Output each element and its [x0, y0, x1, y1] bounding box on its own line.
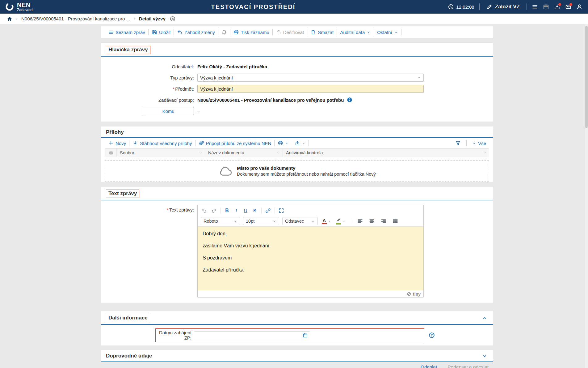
divider: [261, 208, 262, 214]
calendar-button[interactable]: [543, 4, 549, 10]
divider: [351, 218, 351, 224]
downloads-button[interactable]: [554, 4, 560, 10]
strikethrough-button[interactable]: S: [250, 207, 259, 215]
help-button[interactable]: [429, 332, 435, 338]
chevron-right-icon: [15, 17, 19, 20]
record-toolbar: Seznam zpráv Uložit Zahodit změny Tisk z…: [101, 26, 493, 38]
send-button[interactable]: Odeslat: [421, 364, 437, 368]
text-color-button[interactable]: A: [321, 218, 332, 224]
section-header: Text zprávy: [101, 187, 493, 200]
attach-from-nen-button[interactable]: Připojit přílohu ze systému NEN: [195, 140, 275, 146]
column-settings-button[interactable]: [105, 149, 116, 157]
other-actions-button[interactable]: Ostatní: [374, 30, 401, 35]
section-header: Doprovodné údaje: [101, 350, 493, 362]
section-title: Hlavička zprávy: [108, 47, 148, 53]
main-menu-button[interactable]: [532, 4, 538, 10]
print-attachments-button[interactable]: [275, 140, 292, 146]
user-profile-button[interactable]: [576, 4, 582, 10]
print-record-button[interactable]: Tisk záznamu: [230, 29, 272, 35]
required-mark: *: [167, 207, 169, 212]
editor-paragraph: zasíláme Vám výzvu k jednání.: [203, 243, 418, 249]
column-header-document-name[interactable]: Název dokumentu: [205, 149, 283, 157]
section-header: Další informace: [101, 311, 493, 325]
section-header: Hlavička zprávy: [101, 43, 493, 57]
audit-data-button[interactable]: Auditní data: [337, 30, 374, 35]
message-list-button[interactable]: Seznam zpráv: [105, 29, 148, 35]
expand-section-button[interactable]: [482, 353, 487, 359]
divider: [309, 140, 309, 146]
delete-button[interactable]: Smazat: [307, 29, 337, 35]
sign-and-send-button[interactable]: Podepsat a odeslat: [447, 364, 489, 368]
section-title: Text zprávy: [108, 190, 137, 196]
new-attachment-button[interactable]: Nový: [105, 140, 129, 146]
export-attachments-button[interactable]: [292, 140, 309, 146]
calendar-icon[interactable]: [303, 333, 308, 338]
form-row-sender: Odesílatel: Felix Okátý - Zadavatel přír…: [106, 61, 488, 72]
start-date-input[interactable]: [196, 332, 303, 338]
underline-button[interactable]: U: [241, 207, 250, 215]
downloads-badge: [558, 3, 561, 6]
attachments-dropzone[interactable]: Místo pro vaše dokumenty Dokumenty sem m…: [105, 160, 489, 182]
message-type-select[interactable]: Výzva k jednání: [197, 74, 424, 82]
editor-content[interactable]: Dobrý den, zasíláme Vám výzvu k jednání.…: [198, 226, 423, 290]
chevron-down-icon: [328, 220, 331, 223]
highlight-color-button[interactable]: [335, 218, 346, 225]
insert-link-button[interactable]: [264, 207, 272, 215]
align-right-button[interactable]: [379, 217, 388, 225]
align-justify-button[interactable]: [391, 217, 400, 225]
breadcrumb: N006/25/V00005401 - Provozování kanaliza…: [0, 14, 588, 24]
align-left-button[interactable]: [356, 217, 364, 225]
vertical-scrollbar[interactable]: [585, 24, 588, 368]
undo-button[interactable]: [200, 207, 209, 215]
collapse-section-button[interactable]: [482, 315, 487, 321]
messages-button[interactable]: [565, 4, 571, 10]
validation-annotation-box: Datum zahájení ZP:: [155, 328, 424, 342]
chevron-down-icon: [394, 30, 398, 34]
block-format-select[interactable]: Odstavec: [282, 217, 318, 225]
close-tab-button[interactable]: [170, 16, 176, 22]
decrypt-button[interactable]: Dešifrovat: [273, 29, 307, 35]
procedure-value: N006/25/V00005401 - Provozování kanaliza…: [197, 97, 352, 103]
view-all-button[interactable]: Vše: [469, 141, 489, 146]
align-center-button[interactable]: [368, 217, 376, 225]
chevron-down-icon: [482, 353, 487, 359]
breadcrumb-procedure[interactable]: N006/25/V00005401 - Provozování kanaliza…: [21, 16, 130, 21]
column-header-file[interactable]: Soubor: [116, 149, 205, 157]
section-more-info: Další informace Datum zahájení ZP:: [101, 311, 493, 345]
font-family-select[interactable]: Roboto: [201, 217, 240, 225]
create-vz-button[interactable]: Založit VZ: [485, 3, 522, 10]
editor-toolbar-row2: Roboto 10pt Odstavec: [198, 216, 423, 226]
breadcrumb-current: Detail výzvy: [139, 16, 166, 21]
subject-input[interactable]: [197, 85, 424, 93]
info-icon[interactable]: [347, 97, 352, 103]
save-icon: [152, 29, 157, 35]
redo-button[interactable]: [209, 207, 218, 215]
question-circle-icon: [429, 332, 435, 338]
scrollbar-thumb[interactable]: [585, 26, 588, 128]
column-header-antivirus[interactable]: Antivirová kontrola: [283, 149, 489, 157]
recipient-button[interactable]: Komu: [143, 107, 194, 115]
form-row-procedure: Zadávací postup: N006/25/V00005401 - Pro…: [106, 94, 488, 105]
bold-button[interactable]: B: [223, 207, 231, 215]
chevron-down-icon: [417, 76, 421, 80]
highlight-color-swatch: [336, 223, 341, 225]
filter-button[interactable]: [452, 140, 464, 146]
attachments-toolbar: Nový Stáhnout všechny přílohy Připojit p…: [101, 138, 493, 148]
menu-icon: [532, 4, 538, 10]
required-mark: *: [173, 86, 174, 92]
save-button[interactable]: Uložit: [149, 29, 174, 35]
italic-button[interactable]: I: [232, 207, 241, 215]
chevron-down-icon: [272, 219, 276, 223]
notifications-button[interactable]: [218, 29, 230, 35]
fullscreen-button[interactable]: [277, 207, 286, 215]
trash-icon: [310, 29, 316, 35]
nen-logo[interactable]: NEN Zadavatel: [5, 2, 33, 12]
bell-icon: [221, 29, 227, 35]
messages-badge: [569, 3, 573, 6]
download-all-button[interactable]: Stáhnout všechny přílohy: [129, 140, 195, 146]
divider: [466, 140, 467, 146]
section-message-header: Hlavička zprávy Odesílatel: Felix Okátý …: [101, 43, 493, 122]
discard-changes-button[interactable]: Zahodit změny: [174, 29, 218, 35]
font-size-select[interactable]: 10pt: [243, 217, 279, 225]
home-button[interactable]: [7, 16, 12, 22]
